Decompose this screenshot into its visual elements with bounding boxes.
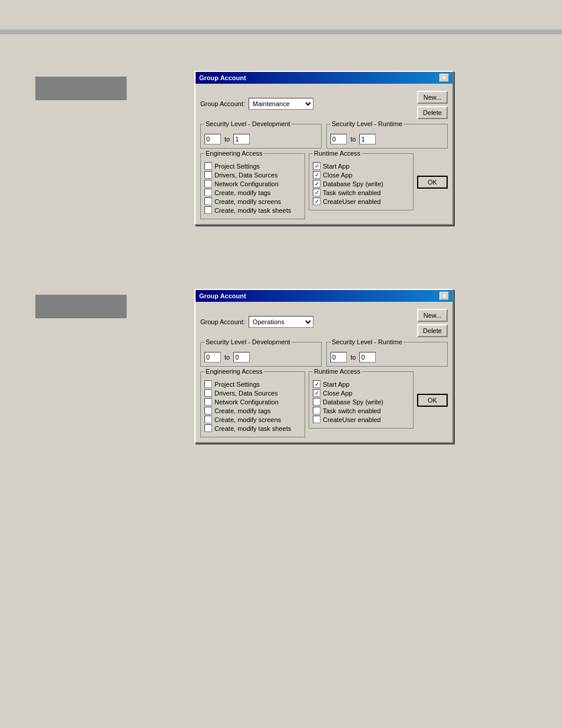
dialog-1-eng-tasksheets-checkbox[interactable] <box>204 206 212 214</box>
dialog-2-rt-closeapp-checkbox[interactable] <box>313 389 320 397</box>
dialog-1-security-dev-to-label: to <box>224 136 230 143</box>
dialog-1-group-account-select[interactable]: Maintenance Operations Administrator <box>249 98 313 110</box>
dialog-2-delete-button[interactable]: Delete <box>417 324 448 337</box>
dialog-1-rt-createuser-checkbox[interactable] <box>313 197 320 205</box>
dialog-2-runtime-label: Runtime Access <box>313 368 362 375</box>
dialog-1-eng-project-settings-checkbox[interactable] <box>204 162 212 170</box>
dialog-2-rt-dbspy[interactable]: Database Spy (write) <box>313 398 409 406</box>
dialog-1-rt-dbspy-checkbox[interactable] <box>313 180 320 187</box>
dialog-2-eng-screens[interactable]: Create, modify screens <box>204 416 301 423</box>
dialog-2-security-rt-to-label: to <box>351 354 356 361</box>
dialog-1-engineering-label: Engineering Access <box>204 150 264 157</box>
dialog-1-group-account-label: Group Account: <box>200 100 245 107</box>
dialog-2-security-rt-group: Security Level - Runtime to <box>326 342 448 367</box>
dialog-1-eng-drivers-checkbox[interactable] <box>204 171 212 179</box>
dialog-1-rt-startapp-checkbox[interactable] <box>313 162 320 170</box>
dialog-2-eng-screens-checkbox[interactable] <box>204 416 212 423</box>
dialog-2-security-rt-to[interactable] <box>359 352 376 363</box>
dialog-1-eng-screens[interactable]: Create, modify screens <box>204 197 301 205</box>
dialog-2-title: Group Account <box>199 292 246 299</box>
group-account-dialog-1: Group Account ✕ Group Account: Maintenan… <box>194 71 454 225</box>
dialog-2-security-dev-to[interactable] <box>233 352 250 363</box>
dialog-1-security-rt-to-label: to <box>351 136 356 143</box>
dialog-1-eng-tags-checkbox[interactable] <box>204 189 212 196</box>
dialog-1-security-rt-from[interactable] <box>330 134 347 144</box>
dialog-1-eng-network[interactable]: Network Configuration <box>204 180 301 187</box>
dialog-2-group-account-select[interactable]: Maintenance Operations Administrator <box>249 316 313 328</box>
left-panel-block-2 <box>35 295 127 318</box>
dialog-2-security-dev-group: Security Level - Development to <box>200 342 322 367</box>
dialog-1-runtime-access-group: Runtime Access Start App Close App Datab… <box>309 153 414 210</box>
dialog-2-eng-project-settings-checkbox[interactable] <box>204 380 212 388</box>
dialog-2-security-rt-from[interactable] <box>330 352 347 363</box>
dialog-1-eng-tags[interactable]: Create, modify tags <box>204 189 301 196</box>
dialog-2-security-rt-label: Security Level - Runtime <box>330 338 404 345</box>
dialog-2-close-button[interactable]: ✕ <box>439 292 449 300</box>
dialog-1-runtime-label: Runtime Access <box>313 150 362 157</box>
dialog-2-eng-tasksheets-checkbox[interactable] <box>204 424 212 432</box>
dialog-1-eng-screens-checkbox[interactable] <box>204 197 212 205</box>
dialog-2-rt-startapp[interactable]: Start App <box>313 380 409 388</box>
dialog-1-rt-createuser[interactable]: CreateUser enabled <box>313 197 409 205</box>
dialog-2-rt-startapp-checkbox[interactable] <box>313 380 320 388</box>
dialog-2-eng-tags[interactable]: Create, modify tags <box>204 407 301 414</box>
dialog-2-runtime-access-group: Runtime Access Start App Close App Datab… <box>309 371 414 429</box>
dialog-1-eng-drivers[interactable]: Drivers, Data Sources <box>204 171 301 179</box>
dialog-2-rt-taskswitch-checkbox[interactable] <box>313 407 320 414</box>
dialog-2-engineering-label: Engineering Access <box>204 368 264 375</box>
dialog-1-eng-tasksheets[interactable]: Create, modify task sheets <box>204 206 301 214</box>
dialog-1-title: Group Account <box>199 74 246 81</box>
page-background: Group Account ✕ Group Account: Maintenan… <box>0 0 562 728</box>
dialog-1-security-rt-group: Security Level - Runtime to <box>326 124 448 149</box>
dialog-1-eng-project-settings[interactable]: Project Settings <box>204 162 301 170</box>
dialog-2-eng-drivers[interactable]: Drivers, Data Sources <box>204 389 301 397</box>
dialog-1-security-dev-to[interactable] <box>233 134 250 144</box>
dialog-2-eng-project-settings[interactable]: Project Settings <box>204 380 301 388</box>
dialog-1-rt-closeapp-checkbox[interactable] <box>313 171 320 179</box>
left-panel-block-1 <box>35 77 127 100</box>
dialog-2-eng-network[interactable]: Network Configuration <box>204 398 301 406</box>
dialog-1-engineering-access-group: Engineering Access Project Settings Driv… <box>200 153 305 219</box>
dialog-2-rt-createuser[interactable]: CreateUser enabled <box>313 416 409 423</box>
dialog-1-rt-startapp[interactable]: Start App <box>313 162 409 170</box>
dialog-1-ok-button[interactable]: OK <box>417 176 448 189</box>
dialog-2-rt-closeapp[interactable]: Close App <box>313 389 409 397</box>
dialog-2-rt-dbspy-checkbox[interactable] <box>313 398 320 406</box>
dialog-1-security-rt-to[interactable] <box>359 134 376 144</box>
dialog-1-rt-taskswitch-checkbox[interactable] <box>313 189 320 196</box>
dialog-1-new-button[interactable]: New... <box>417 91 448 104</box>
dialog-2-titlebar: Group Account ✕ <box>196 290 452 302</box>
dialog-2-new-button[interactable]: New... <box>417 309 448 322</box>
dialog-1-security-dev-label: Security Level - Development <box>204 120 292 127</box>
top-bar <box>0 29 562 34</box>
dialog-2-security-dev-to-label: to <box>224 354 230 361</box>
dialog-1-close-button[interactable]: ✕ <box>439 74 449 82</box>
dialog-2-eng-drivers-checkbox[interactable] <box>204 389 212 397</box>
dialog-1-eng-network-checkbox[interactable] <box>204 180 212 187</box>
dialog-1-rt-dbspy[interactable]: Database Spy (write) <box>313 180 409 187</box>
dialog-1-security-dev-group: Security Level - Development to <box>200 124 322 149</box>
dialog-2-engineering-access-group: Engineering Access Project Settings Driv… <box>200 371 305 437</box>
dialog-2-eng-tasksheets[interactable]: Create, modify task sheets <box>204 424 301 432</box>
dialog-2-group-account-label: Group Account: <box>200 318 245 325</box>
dialog-2-security-dev-label: Security Level - Development <box>204 338 292 345</box>
dialog-2-ok-button[interactable]: OK <box>417 394 448 407</box>
dialog-2-eng-tags-checkbox[interactable] <box>204 407 212 414</box>
dialog-1-rt-taskswitch[interactable]: Task switch enabled <box>313 189 409 196</box>
dialog-1-security-rt-label: Security Level - Runtime <box>330 120 404 127</box>
dialog-2-security-dev-from[interactable] <box>204 352 221 363</box>
group-account-dialog-2: Group Account ✕ Group Account: Maintenan… <box>194 289 454 443</box>
dialog-1-delete-button[interactable]: Delete <box>417 106 448 119</box>
dialog-1-rt-closeapp[interactable]: Close App <box>313 171 409 179</box>
dialog-2-rt-createuser-checkbox[interactable] <box>313 416 320 423</box>
dialog-2-eng-network-checkbox[interactable] <box>204 398 212 406</box>
dialog-2-rt-taskswitch[interactable]: Task switch enabled <box>313 407 409 414</box>
dialog-1-security-dev-from[interactable] <box>204 134 221 144</box>
dialog-1-titlebar: Group Account ✕ <box>196 72 452 84</box>
